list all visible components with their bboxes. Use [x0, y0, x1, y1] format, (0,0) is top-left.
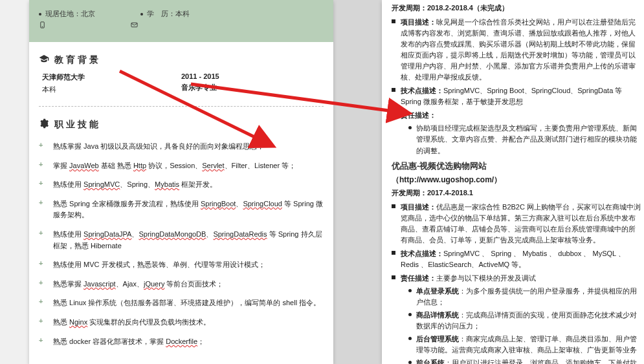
plus-icon: + — [39, 141, 47, 153]
plus-icon: + — [39, 317, 47, 328]
skill-text: 熟悉 Linux 操作系统（包括服务器部署、环境搭建及维护），编写简单的 she… — [53, 297, 324, 309]
skill-text: 熟练使用 SpringDataJPA、SpringDataMongoDB、Spr… — [53, 229, 324, 252]
skill-item: +熟悉 Spring 全家桶微服务开发流程，熟练使用 SpringBoot、Sp… — [39, 195, 324, 225]
project-item: 技术点描述：SpringMVC 、 Spring 、 Mybatis 、 dub… — [392, 248, 641, 270]
skill-text: 掌握 JavaWeb 基础 熟悉 Http 协议，Session、Servlet… — [53, 160, 324, 172]
plus-icon: + — [39, 259, 47, 271]
sub-item: 协助项目经理完成框架选型及文档编写，主要负责用户管理系统、新闻管理系统、文章内容… — [408, 123, 641, 156]
resume-header: 现居住地：北京 学 历：本科 — [29, 0, 333, 42]
plus-icon: + — [39, 297, 47, 309]
major: 音乐学专业 — [181, 83, 320, 92]
graduation-icon — [39, 54, 49, 66]
project-item: 技术点描述：SpringMVC、Spring Boot、SpringCloud、… — [392, 85, 641, 107]
section-education-header: 教 育 背 景 — [39, 54, 324, 66]
education-block: 天津师范大学 本科 2011 - 2015 音乐学专业 — [29, 72, 333, 103]
project-item: 责任描述：主要参与以下模块的开发及调试单点登录系统：为多个服务提供统一的用户登录… — [392, 273, 641, 364]
gear-icon — [39, 118, 49, 131]
skill-item: +熟悉 Linux 操作系统（包括服务器部署、环境搭建及维护），编写简单的 sh… — [39, 294, 324, 313]
project-item: 责任描述：协助项目经理完成框架选型及文档编写，主要负责用户管理系统、新闻管理系统… — [392, 110, 641, 156]
plus-icon: + — [39, 198, 47, 221]
resume-page-1: 现居住地：北京 学 历：本科 教 育 背 景 天津师范大学 本科 2011 - … — [29, 0, 333, 364]
page-gap — [333, 0, 382, 364]
years: 2011 - 2015 — [181, 72, 320, 80]
phone-icon — [39, 21, 46, 30]
project2-url: （http://www.ugoshop.com/） — [392, 175, 641, 186]
skill-text: 熟悉 Nginx 实现集群的反向代理及负载均衡技术。 — [53, 317, 324, 328]
skill-text: 熟练使用 SpringMVC、Spring、Mybatis 框架开发。 — [53, 179, 324, 191]
skill-item: +掌握 JavaWeb 基础 熟悉 Http 协议，Session、Servle… — [39, 156, 324, 176]
skill-text: 熟练掌握 Java 初级以及高级知识，具备良好的面向对象编程思想； — [53, 141, 324, 153]
skill-text: 熟悉 Spring 全家桶微服务开发流程，熟练使用 SpringBoot、Spr… — [53, 198, 324, 221]
skill-item: +熟练使用 SpringDataJPA、SpringDataMongoDB、Sp… — [39, 225, 324, 255]
sub-item: 商品详情系统：完成商品详情页面的实现，使用页面静态化技术减少对数据库的访问压力； — [408, 310, 641, 332]
location-line: 现居住地：北京 — [39, 9, 95, 19]
university: 天津师范大学 — [42, 72, 181, 82]
project2-title: 优品惠-视频优选购物网站 — [392, 160, 641, 172]
project-item: 项目描述：咏见网是一个综合性音乐类社交网站，用户可以在注册登陆后完成博客内容发布… — [392, 17, 641, 83]
skill-text: 熟练使用 MVC 开发模式，熟悉装饰、单例、代理等常用设计模式； — [53, 259, 324, 271]
sub-item: 后台管理系统：商家完成商品上架、管理订单、商品类目添加、用户管理等功能。运营商完… — [408, 334, 641, 356]
resume-page-2: 开发周期：2018.2-2018.4（未完成） 项目描述：咏见网是一个综合性音乐… — [382, 0, 644, 364]
mail-icon — [130, 21, 139, 30]
plus-icon: + — [39, 179, 47, 191]
sub-item: 前台系统：用户可以进行注册登录、浏览商品、添加购物车、下单付款等操作。 — [408, 358, 641, 364]
skill-item: +熟悉掌握 Javascript、Ajax、jQuery 等前台页面技术； — [39, 275, 324, 294]
plus-icon: + — [39, 279, 47, 290]
project1-block: 开发周期：2018.2-2018.4（未完成） 项目描述：咏见网是一个综合性音乐… — [392, 3, 641, 156]
skill-item: +熟练使用 SpringMVC、Spring、Mybatis 框架开发。 — [39, 175, 324, 195]
sub-item: 单点登录系统：为多个服务提供统一的用户登录服务，并提供相应的用户信息； — [408, 286, 641, 308]
degree: 本科 — [42, 85, 181, 94]
plus-icon: + — [39, 160, 47, 172]
project-item: 项目描述：优品惠是一家综合性 B2B2C 网上购物平台，买家可以在商城中浏览商品… — [392, 202, 641, 246]
skill-item: +熟悉 Nginx 实现集群的反向代理及负载均衡技术。 — [39, 313, 324, 332]
skill-text: 熟悉 docker 容器化部署技术，掌握 Dockerfile； — [53, 336, 324, 348]
education-line: 学 历：本科 — [140, 9, 190, 19]
project2-items: 项目描述：优品惠是一家综合性 B2B2C 网上购物平台，买家可以在商城中浏览商品… — [392, 202, 641, 364]
skill-item: +熟练使用 MVC 开发模式，熟悉装饰、单例、代理等常用设计模式； — [39, 255, 324, 275]
divider — [39, 106, 324, 107]
plus-icon: + — [39, 336, 47, 348]
skill-text: 熟悉掌握 Javascript、Ajax、jQuery 等前台页面技术； — [53, 279, 324, 290]
section-skills-header: 职 业 技 能 — [39, 118, 324, 131]
skill-item: +熟练掌握 Java 初级以及高级知识，具备良好的面向对象编程思想； — [39, 137, 324, 156]
skill-item: +熟悉 docker 容器化部署技术，掌握 Dockerfile； — [39, 332, 324, 352]
plus-icon: + — [39, 229, 47, 252]
skills-list: +熟练掌握 Java 初级以及高级知识，具备良好的面向对象编程思想；+掌握 Ja… — [29, 137, 333, 351]
